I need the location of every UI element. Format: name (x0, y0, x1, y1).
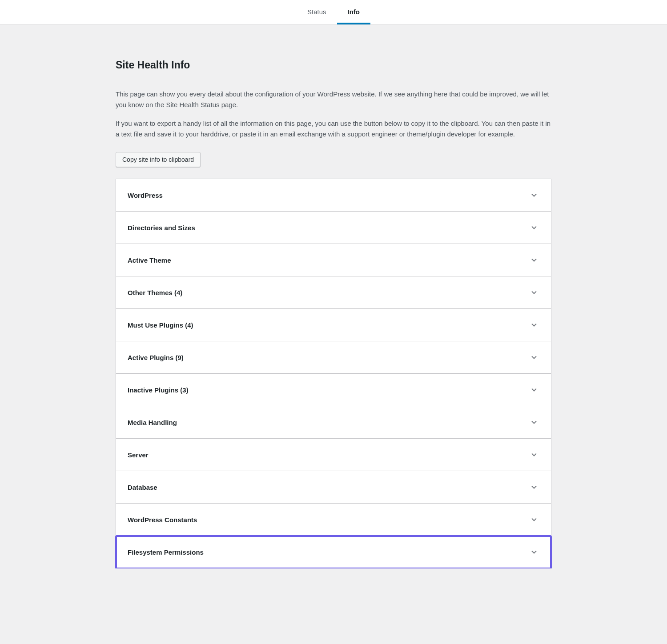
chevron-down-icon (529, 417, 539, 428)
main-content: Site Health Info This page can show you … (58, 59, 609, 568)
chevron-down-icon (529, 222, 539, 233)
chevron-down-icon (529, 482, 539, 492)
tab-info[interactable]: Info (337, 0, 371, 24)
accordion-item-must-use-plugins[interactable]: Must Use Plugins (4) (116, 309, 551, 341)
accordion-item-directories-sizes[interactable]: Directories and Sizes (116, 212, 551, 244)
accordion-label: Active Plugins (9) (128, 354, 184, 361)
chevron-down-icon (529, 352, 539, 363)
accordion-item-wordpress[interactable]: WordPress (116, 179, 551, 212)
accordion-item-other-themes[interactable]: Other Themes (4) (116, 276, 551, 309)
tab-status[interactable]: Status (297, 0, 337, 24)
chevron-down-icon (529, 190, 539, 200)
accordion-label: Server (128, 451, 149, 459)
accordion-item-media-handling[interactable]: Media Handling (116, 406, 551, 439)
chevron-down-icon (529, 287, 539, 298)
description-paragraph-2: If you want to export a handy list of al… (116, 118, 551, 140)
accordion-label: Inactive Plugins (3) (128, 386, 189, 394)
accordion-item-wordpress-constants[interactable]: WordPress Constants (116, 504, 551, 536)
accordion-item-inactive-plugins[interactable]: Inactive Plugins (3) (116, 374, 551, 406)
chevron-down-icon (529, 449, 539, 460)
accordion-item-filesystem-permissions[interactable]: Filesystem Permissions (116, 536, 551, 568)
accordion-item-database[interactable]: Database (116, 471, 551, 504)
accordion-label: Active Theme (128, 256, 171, 264)
chevron-down-icon (529, 514, 539, 525)
accordion-label: WordPress Constants (128, 516, 197, 524)
chevron-down-icon (529, 255, 539, 265)
chevron-down-icon (529, 384, 539, 395)
accordion-label: Media Handling (128, 419, 177, 426)
accordion-label: Other Themes (4) (128, 289, 182, 296)
accordion-label: WordPress (128, 192, 163, 199)
chevron-down-icon (529, 320, 539, 330)
description-paragraph-1: This page can show you every detail abou… (116, 89, 551, 110)
site-health-accordion: WordPress Directories and Sizes Active T… (116, 179, 551, 568)
accordion-label: Database (128, 484, 157, 491)
chevron-down-icon (529, 547, 539, 557)
page-title: Site Health Info (116, 59, 551, 71)
tabs-nav: Status Info (0, 0, 667, 25)
accordion-label: Must Use Plugins (4) (128, 321, 193, 329)
copy-site-info-button[interactable]: Copy site info to clipboard (116, 152, 201, 167)
accordion-item-server[interactable]: Server (116, 439, 551, 471)
accordion-label: Directories and Sizes (128, 224, 195, 232)
accordion-item-active-theme[interactable]: Active Theme (116, 244, 551, 276)
accordion-item-active-plugins[interactable]: Active Plugins (9) (116, 341, 551, 374)
accordion-label: Filesystem Permissions (128, 548, 204, 556)
